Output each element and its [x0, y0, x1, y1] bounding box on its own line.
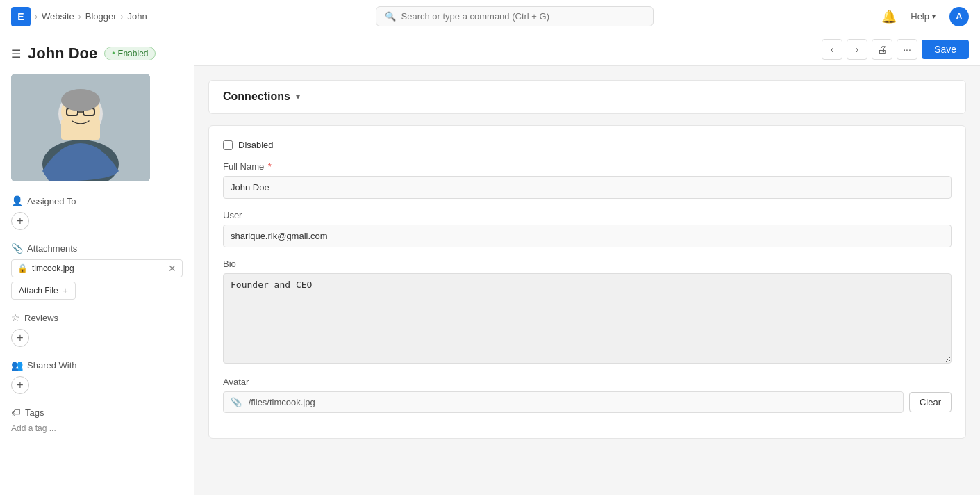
- top-nav: E › Website › Blogger › John 🔍 🔔 Help ▾ …: [0, 0, 980, 33]
- remove-attachment-button[interactable]: ✕: [168, 263, 176, 274]
- breadcrumb-sep-2: ›: [78, 12, 81, 22]
- clear-avatar-button[interactable]: Clear: [909, 392, 952, 412]
- menu-icon[interactable]: ☰: [11, 47, 21, 60]
- attach-file-button[interactable]: Attach File +: [11, 282, 76, 300]
- profile-image: [11, 74, 150, 181]
- sidebar-section-reviews: ☆ Reviews +: [11, 312, 183, 347]
- app-icon: E: [11, 7, 31, 26]
- toolbar-actions: ‹ › 🖨 ··· Save: [822, 39, 969, 60]
- avatar-row: 📎 /files/timcook.jpg Clear: [223, 391, 952, 413]
- assigned-to-header: 👤 Assigned To: [11, 195, 183, 206]
- clip-icon: 📎: [231, 397, 242, 407]
- full-name-input[interactable]: [223, 176, 952, 199]
- add-tag-placeholder[interactable]: Add a tag ...: [11, 423, 183, 433]
- attachment-item: 🔒 timcook.jpg ✕: [11, 259, 183, 277]
- content-toolbar: ‹ › 🖨 ··· Save: [194, 33, 980, 66]
- more-options-button[interactable]: ···: [897, 39, 917, 60]
- svg-rect-4: [61, 119, 100, 140]
- avatar-group: Avatar 📎 /files/timcook.jpg Clear: [223, 377, 952, 413]
- required-star: *: [265, 161, 272, 172]
- attachment-filename: timcook.jpg: [32, 263, 74, 273]
- bio-label: Bio: [223, 259, 952, 269]
- main-layout: ☰ John Doe Enabled: [0, 33, 980, 495]
- star-icon: ☆: [11, 312, 20, 323]
- add-assigned-to-button[interactable]: +: [11, 212, 29, 230]
- breadcrumb-sep-1: ›: [35, 12, 38, 22]
- chevron-down-icon: ▾: [296, 92, 300, 102]
- breadcrumb-john[interactable]: John: [128, 11, 147, 22]
- nav-left: E › Website › Blogger › John: [11, 7, 147, 26]
- shared-with-header: 👥 Shared With: [11, 359, 183, 371]
- bio-textarea[interactable]: Founder and CEO: [223, 273, 952, 364]
- breadcrumb-blogger[interactable]: Blogger: [85, 11, 117, 22]
- search-container: 🔍: [376, 6, 654, 26]
- svg-point-8: [61, 89, 100, 111]
- reviews-header: ☆ Reviews: [11, 312, 183, 323]
- notifications-button[interactable]: 🔔: [881, 9, 897, 24]
- nav-right: 🔔 Help ▾ A: [881, 7, 969, 26]
- right-area: ‹ › 🖨 ··· Save Connections ▾: [194, 33, 980, 495]
- content-area: Connections ▾ Disabled Full Name *: [194, 66, 980, 495]
- attach-file-label: Attach File: [19, 286, 58, 295]
- chevron-down-icon: ▾: [932, 13, 936, 20]
- connections-title: Connections: [223, 90, 290, 103]
- save-button[interactable]: Save: [922, 40, 969, 59]
- reviews-label: Reviews: [24, 313, 58, 323]
- full-name-group: Full Name *: [223, 161, 952, 199]
- sidebar-section-assigned-to: 👤 Assigned To +: [11, 195, 183, 230]
- sidebar-section-tags: 🏷 Tags Add a tag ...: [11, 407, 183, 433]
- sidebar: ☰ John Doe Enabled: [0, 33, 194, 495]
- search-icon: 🔍: [385, 11, 396, 22]
- attachments-label: Attachments: [27, 243, 77, 254]
- avatar-label: Avatar: [223, 377, 952, 387]
- search-box: 🔍: [376, 6, 654, 26]
- disabled-row: Disabled: [223, 140, 952, 150]
- page-title-area: ☰ John Doe Enabled: [11, 44, 183, 63]
- breadcrumb-website[interactable]: Website: [42, 11, 74, 22]
- tags-header: 🏷 Tags: [11, 407, 183, 418]
- help-label: Help: [911, 11, 929, 22]
- people-icon: 👥: [11, 359, 23, 371]
- avatar-path: /files/timcook.jpg: [249, 397, 315, 407]
- assigned-to-label: Assigned To: [27, 196, 76, 206]
- breadcrumb-sep-3: ›: [121, 12, 124, 22]
- disabled-label: Disabled: [238, 140, 274, 150]
- user-avatar-button[interactable]: A: [949, 7, 969, 26]
- file-icon: 🔒: [17, 263, 28, 273]
- avatar-input-display: 📎 /files/timcook.jpg: [223, 391, 904, 413]
- sidebar-section-attachments: 📎 Attachments 🔒 timcook.jpg ✕ Attach Fil…: [11, 243, 183, 300]
- form-card: Disabled Full Name * User Bio: [208, 125, 966, 439]
- next-button[interactable]: ›: [847, 39, 867, 60]
- paperclip-icon: 📎: [11, 243, 23, 254]
- user-input[interactable]: [223, 225, 952, 248]
- user-label: User: [223, 210, 952, 220]
- user-group: User: [223, 210, 952, 248]
- page-title: John Doe: [28, 44, 97, 63]
- disabled-checkbox[interactable]: [223, 140, 233, 150]
- status-badge: Enabled: [104, 47, 156, 60]
- plus-icon: +: [63, 285, 68, 296]
- attachments-header: 📎 Attachments: [11, 243, 183, 254]
- help-button[interactable]: Help ▾: [905, 8, 941, 24]
- tag-icon: 🏷: [11, 407, 21, 418]
- sidebar-section-shared-with: 👥 Shared With +: [11, 359, 183, 394]
- connections-header[interactable]: Connections ▾: [209, 81, 965, 113]
- person-icon: 👤: [11, 195, 23, 206]
- add-review-button[interactable]: +: [11, 329, 29, 347]
- connections-card: Connections ▾: [208, 80, 966, 114]
- full-name-label: Full Name *: [223, 161, 952, 172]
- shared-with-label: Shared With: [27, 360, 77, 371]
- tags-label: Tags: [25, 407, 44, 418]
- bio-group: Bio Founder and CEO: [223, 259, 952, 366]
- search-input[interactable]: [401, 11, 645, 22]
- prev-button[interactable]: ‹: [822, 39, 842, 60]
- print-button[interactable]: 🖨: [872, 39, 892, 60]
- add-shared-with-button[interactable]: +: [11, 376, 29, 394]
